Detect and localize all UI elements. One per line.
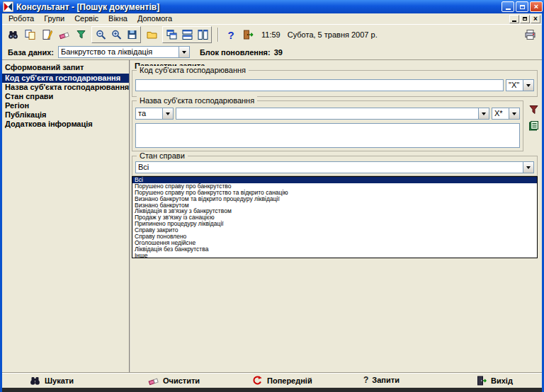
state-groupbox: Стан справи Всі [132, 156, 538, 176]
name-mask-value: X* [492, 108, 509, 119]
edit-icon[interactable] [39, 27, 55, 42]
name-combobox[interactable] [176, 108, 489, 120]
mdi-close-button[interactable]: × [531, 15, 540, 23]
query-item-region[interactable]: Регіон [2, 101, 129, 110]
state-option[interactable]: Оголошення недійсне [132, 240, 537, 246]
toolbar: ? 11:59 Субота, 5 травня 2007 р. [2, 24, 542, 45]
print-icon[interactable] [522, 27, 538, 42]
exit-button-label: Вихід [491, 376, 513, 385]
menu-servis[interactable]: Сервіс [69, 13, 103, 24]
database-row: База даних: Банкрутство та ліквідація Бл… [2, 45, 542, 59]
menu-vikna[interactable]: Вікна [103, 13, 132, 24]
state-group-label: Стан справи [137, 151, 188, 160]
chevron-down-icon[interactable] [478, 108, 489, 119]
help-icon[interactable]: ? [223, 27, 239, 42]
clear-button[interactable]: Очистити [147, 375, 200, 386]
name-connector-combobox[interactable]: та [135, 108, 174, 120]
code-row: "X" [135, 79, 534, 91]
query-item-state[interactable]: Стан справи [2, 92, 129, 101]
update-block-value: 39 [274, 48, 283, 57]
state-option[interactable]: Порушено справу про банкрутство [132, 183, 537, 190]
code-input[interactable] [135, 79, 504, 91]
chevron-down-icon[interactable] [162, 108, 173, 119]
tile-horizontal-icon[interactable] [179, 27, 195, 42]
binoculars-icon [29, 375, 41, 386]
chevron-down-icon[interactable] [509, 108, 519, 119]
query-panel-header: Сформований запит [2, 62, 129, 74]
query-item-name[interactable]: Назва суб'єкта господарювання [2, 83, 129, 92]
query-item-extra-info[interactable]: Додаткова інформація [2, 120, 129, 129]
database-combobox[interactable]: Банкрутство та ліквідація [58, 46, 190, 58]
exit-door-icon[interactable] [240, 27, 256, 42]
app-window: Консультант - [Пошук документів] × Робот… [0, 0, 544, 392]
mdi-minimize-icon [512, 21, 516, 22]
name-side-tools [526, 104, 540, 132]
name-extra-textarea[interactable] [135, 123, 520, 148]
name-dictionary-icon[interactable] [528, 120, 540, 132]
minimize-button[interactable] [502, 1, 514, 12]
zoom-in-icon[interactable] [108, 27, 124, 42]
menu-robota[interactable]: Робота [4, 13, 39, 24]
state-option[interactable]: Визнано банкрутом та відкрито процедуру … [132, 196, 537, 202]
open-folder-icon[interactable] [144, 27, 159, 42]
query-item-publication[interactable]: Публікація [2, 110, 129, 120]
queries-button[interactable]: ? Запити [363, 375, 400, 385]
search-button-label: Шукати [45, 376, 74, 385]
code-mask-combobox[interactable]: "X" [506, 79, 534, 91]
date-text: Субота, 5 травня 2007 р. [288, 30, 378, 39]
name-mask-combobox[interactable]: X* [492, 108, 520, 120]
search-button[interactable]: Шукати [29, 375, 74, 386]
state-option[interactable]: Ліквідація без банкрутства [132, 246, 537, 253]
state-option[interactable]: Припинено процедуру ліквідації [132, 221, 537, 227]
window-controls: × [502, 1, 543, 12]
mdi-restore-icon [523, 17, 527, 21]
menu-dopomoga[interactable]: Допомога [132, 13, 177, 24]
state-option[interactable]: Визнано банкрутом [132, 202, 537, 209]
name-input[interactable] [176, 108, 478, 119]
database-value: Банкрутство та ліквідація [59, 47, 178, 57]
cascade-windows-icon[interactable] [164, 27, 179, 42]
main-area: Сформований запит Код суб'єкта господарю… [2, 59, 542, 372]
code-group-label: Код суб'єкта господарювання [137, 66, 249, 74]
close-button[interactable]: × [530, 1, 543, 12]
restore-button[interactable] [516, 1, 528, 12]
toolbar-separator [217, 28, 219, 42]
tile-vertical-icon[interactable] [195, 27, 210, 42]
search-icon[interactable] [5, 27, 21, 42]
save-icon[interactable] [124, 27, 140, 42]
state-option[interactable]: Ліквідація в зв'язку з банкрутством [132, 208, 537, 214]
query-list: Код суб'єкта господарювання Назва суб'єк… [2, 74, 129, 129]
screen-bottom-edge [2, 388, 542, 392]
mdi-close-icon: × [533, 16, 538, 22]
clear-icon[interactable] [56, 27, 72, 42]
app-icon [3, 1, 13, 12]
update-block-label: Блок поновлення: [200, 48, 271, 57]
state-option[interactable]: Порушено справу про банкрутство та відкр… [132, 190, 537, 196]
documents-icon[interactable] [22, 27, 38, 42]
exit-button[interactable]: Вихід [475, 375, 513, 386]
state-option[interactable]: Справу закрито [132, 227, 537, 234]
name-groupbox: Назва суб'єкта господарювання та X* [132, 100, 523, 151]
zoom-out-icon[interactable] [93, 27, 108, 42]
state-option[interactable]: Всі [132, 177, 537, 183]
previous-button[interactable]: Попередній [251, 375, 312, 386]
chevron-down-icon[interactable] [178, 47, 189, 57]
mdi-minimize-button[interactable] [509, 15, 519, 23]
query-item-code[interactable]: Код суб'єкта господарювання [2, 74, 129, 83]
windows-tools-group [162, 26, 212, 43]
state-option[interactable]: Продаж у зв'язку із санацією [132, 214, 537, 221]
window-frame: Робота Групи Сервіс Вікна Допомога × [0, 13, 544, 392]
state-option[interactable]: Інше [132, 253, 537, 258]
chevron-down-icon[interactable] [523, 162, 533, 173]
minimize-icon [506, 8, 511, 10]
filter-icon[interactable] [73, 27, 89, 42]
name-filter-icon[interactable] [528, 104, 540, 115]
chevron-down-icon[interactable] [523, 80, 533, 91]
state-option[interactable]: Справу поновлено [132, 234, 537, 240]
mdi-restore-button[interactable] [520, 15, 530, 23]
state-combobox[interactable]: Всі [135, 161, 534, 173]
previous-button-label: Попередній [267, 376, 312, 385]
database-label: База даних: [8, 48, 54, 57]
clear-button-label: Очистити [163, 376, 200, 385]
menu-grupy[interactable]: Групи [39, 13, 69, 24]
